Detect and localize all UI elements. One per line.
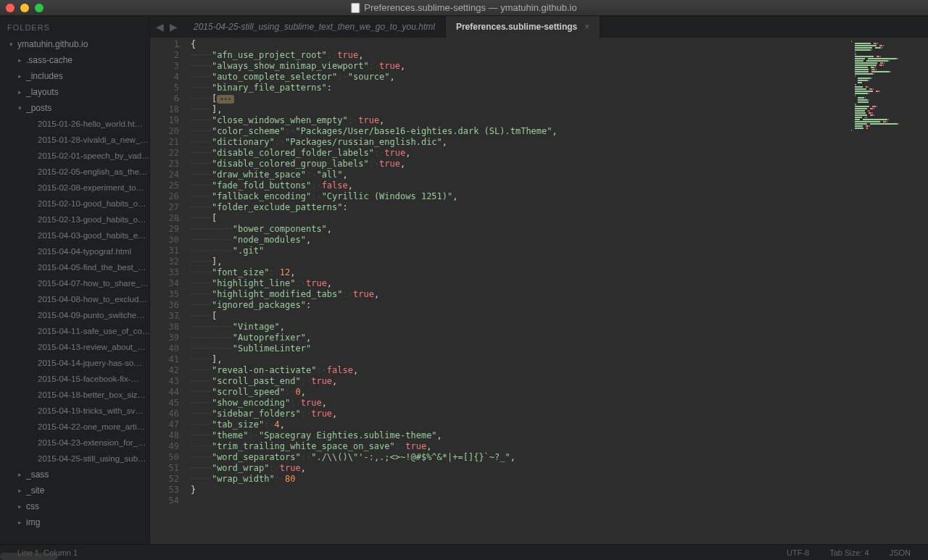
minimap[interactable]: [848, 38, 928, 544]
code-line[interactable]: ┈┈┈┈"disable_colored_group_labels":·true…: [191, 159, 848, 170]
code-line[interactable]: ┈┈┈┈"font_size":·12,: [191, 267, 848, 278]
code-line[interactable]: ┈┈┈┈"fallback_encoding":·"Cyrillic (Wind…: [191, 191, 848, 202]
code-content[interactable]: {┈┈┈┈"afn_use_project_root":·true,┈┈┈┈"a…: [188, 38, 848, 544]
file-label: 2015-04-11-safe_use_of_co…: [38, 327, 149, 335]
sidebar-folder[interactable]: ▸_includes: [3, 68, 149, 84]
file-label: 2015-04-04-typograf.html: [38, 247, 131, 256]
sidebar-folder[interactable]: ▸.sass-cache: [3, 52, 149, 68]
sidebar-file[interactable]: 2015-02-10-good_habits_o…: [3, 196, 149, 212]
code-line[interactable]: ┈┈┈┈],: [191, 104, 848, 115]
code-line[interactable]: ┈┈┈┈┈┈┈┈"SublimeLinter": [191, 343, 848, 354]
encoding-indicator[interactable]: UTF-8: [776, 548, 819, 557]
sidebar-file[interactable]: 2015-01-26-hello_world.ht…: [3, 116, 149, 132]
sidebar-file[interactable]: 2015-02-01-speech_by_vad…: [3, 148, 149, 164]
code-line[interactable]: ┈┈┈┈"color_scheme":·"Packages/User/base1…: [191, 126, 848, 137]
code-line[interactable]: ┈┈┈┈"auto_complete_selector":·"source",: [191, 72, 848, 83]
code-line[interactable]: ┈┈┈┈"ignored_packages":: [191, 300, 848, 311]
code-line[interactable]: ┈┈┈┈"close_windows_when_empty":·true,: [191, 115, 848, 126]
sidebar-file[interactable]: 2015-04-09-punto_switche…: [3, 307, 149, 323]
code-line[interactable]: ┈┈┈┈"trim_trailing_white_space_on_save":…: [191, 441, 848, 452]
code-line[interactable]: {: [191, 39, 848, 50]
sidebar-file[interactable]: 2015-04-03-good_habits_e…: [3, 227, 149, 243]
code-line[interactable]: ┈┈┈┈"reveal-on-activate":·false,: [191, 365, 848, 376]
code-line[interactable]: ┈┈┈┈┈┈┈┈"bower_components",: [191, 224, 848, 235]
code-line[interactable]: ┈┈┈┈"dictionary":·"Packages/russian_engl…: [191, 137, 848, 148]
tab-active[interactable]: Preferences.sublime-settings ×: [446, 16, 600, 38]
sidebar-folder[interactable]: ▸_sass: [3, 467, 149, 482]
sidebar-file[interactable]: 2015-04-25-still_using_sub…: [3, 451, 149, 467]
nav-forward-icon[interactable]: ▶: [170, 21, 178, 33]
code-line[interactable]: ┈┈┈┈"always_show_minimap_viewport":·true…: [191, 61, 848, 72]
code-line[interactable]: ┈┈┈┈"tab_size":·4,: [191, 419, 848, 430]
fold-chevron-down-icon[interactable]: ⌄: [177, 312, 181, 322]
sidebar-folder[interactable]: ▾_posts: [3, 100, 149, 116]
code-line[interactable]: ┈┈┈┈[: [191, 311, 848, 322]
code-line[interactable]: ┈┈┈┈┈┈┈┈"Vintage",: [191, 322, 848, 333]
code-line[interactable]: ┈┈┈┈],: [191, 256, 848, 267]
code-line[interactable]: ┈┈┈┈"scroll_speed":·0,: [191, 387, 848, 398]
sidebar-file[interactable]: 2015-04-22-one_more_arti…: [3, 419, 149, 435]
minimap-line: [851, 117, 925, 118]
sidebar-file[interactable]: 2015-02-08-experiment_to…: [3, 180, 149, 196]
fold-marker[interactable]: •••: [217, 95, 234, 104]
minimize-window-button[interactable]: [20, 4, 29, 12]
code-line[interactable]: ┈┈┈┈"wrap_width":·80: [191, 474, 848, 485]
sidebar-file[interactable]: 2015-04-07-how_to_share_…: [3, 275, 149, 291]
code-line[interactable]: ┈┈┈┈"binary_file_patterns":: [191, 83, 848, 93]
code-line[interactable]: ┈┈┈┈"scroll_past_end":·true,: [191, 376, 848, 387]
code-line[interactable]: ┈┈┈┈"afn_use_project_root":·true,: [191, 50, 848, 61]
sidebar-file[interactable]: 2015-02-13-good_habits_o…: [3, 212, 149, 227]
fold-chevron-down-icon[interactable]: ⌄: [177, 40, 181, 51]
minimap-line: [851, 132, 925, 133]
code-line[interactable]: ┈┈┈┈"draw_white_space":·"all",: [191, 170, 848, 180]
minimap-line: [851, 78, 925, 79]
sidebar-file[interactable]: 2015-04-05-find_the_best_…: [3, 259, 149, 275]
maximize-window-button[interactable]: [35, 4, 44, 12]
code-line[interactable]: ┈┈┈┈"sidebar_folders":·true,: [191, 409, 848, 419]
sidebar-folder[interactable]: ▸img: [3, 514, 149, 530]
close-icon[interactable]: ×: [584, 22, 589, 32]
sidebar-folder[interactable]: ▸_layouts: [3, 84, 149, 100]
syntax-indicator[interactable]: JSON: [879, 548, 921, 557]
code-line[interactable]: ┈┈┈┈┈┈┈┈"node_modules",: [191, 235, 848, 246]
sidebar-file[interactable]: 2015-02-05-english_as_the…: [3, 164, 149, 180]
sidebar-file[interactable]: 2015-04-11-safe_use_of_co…: [3, 323, 149, 339]
sidebar-file[interactable]: 2015-04-14-jquery-has-so…: [3, 355, 149, 371]
minimap-line: [851, 71, 925, 72]
sidebar-file[interactable]: 2015-04-19-tricks_with_sv…: [3, 403, 149, 419]
file-label: 2015-02-05-english_as_the…: [38, 167, 148, 176]
sidebar-folder[interactable]: ▸_site: [3, 482, 149, 498]
code-line[interactable]: ┈┈┈┈"show_encoding":·true,: [191, 398, 848, 409]
tab-size-indicator[interactable]: Tab Size: 4: [819, 548, 879, 557]
tab-inactive[interactable]: 2015-04-25-still_using_sublime_text_then…: [183, 16, 446, 38]
sidebar-file[interactable]: 2015-01-28-vivaldi_a_new_…: [3, 132, 149, 148]
sidebar-file[interactable]: 2015-04-08-how_to_exclud…: [3, 291, 149, 307]
nav-back-icon[interactable]: ◀: [156, 21, 164, 33]
sidebar-file[interactable]: 2015-04-04-typograf.html: [3, 243, 149, 259]
code-line[interactable]: ┈┈┈┈"disable_colored_folder_labels":·tru…: [191, 148, 848, 159]
code-line[interactable]: }: [191, 485, 848, 496]
code-line[interactable]: ┈┈┈┈"theme":·"Spacegray Eighties.sublime…: [191, 430, 848, 441]
code-line[interactable]: [191, 496, 848, 506]
code-line[interactable]: ┈┈┈┈"highlight_modified_tabs":·true,: [191, 289, 848, 300]
code-line[interactable]: ┈┈┈┈"fade_fold_buttons":·false,: [191, 180, 848, 191]
code-line[interactable]: ┈┈┈┈┈┈┈┈"Autoprefixer",: [191, 333, 848, 343]
code-line[interactable]: ┈┈┈┈"word_separators":·"./\\()\"'-:,.;<>…: [191, 452, 848, 463]
code-line[interactable]: ┈┈┈┈"folder_exclude_patterns":: [191, 202, 848, 213]
sidebar-folder[interactable]: ▸css: [3, 498, 149, 514]
code-line[interactable]: ┈┈┈┈],: [191, 354, 848, 365]
fold-chevron-right-icon[interactable]: ›: [177, 94, 181, 105]
code-line[interactable]: ┈┈┈┈"highlight_line":·true,: [191, 278, 848, 289]
sidebar-file[interactable]: 2015-04-13-review_about_…: [3, 339, 149, 355]
code-line[interactable]: ┈┈┈┈[•••: [191, 93, 848, 104]
sidebar-root-folder[interactable]: ▾ ymatuhin.github.io: [3, 36, 149, 52]
sidebar-file[interactable]: 2015-04-15-facebook-fix-…: [3, 371, 149, 387]
code-line[interactable]: ┈┈┈┈[: [191, 213, 848, 224]
sidebar-file[interactable]: 2015-04-23-extension_for_…: [3, 435, 149, 451]
close-window-button[interactable]: [6, 4, 14, 12]
fold-chevron-down-icon[interactable]: ⌄: [177, 214, 181, 225]
sidebar-file[interactable]: 2015-04-18-better_box_siz…: [3, 387, 149, 403]
code-editor[interactable]: 1⌄23456›1819202122232425262728⌄293031323…: [150, 38, 928, 544]
code-line[interactable]: ┈┈┈┈┈┈┈┈".git": [191, 246, 848, 256]
code-line[interactable]: ┈┈┈┈"word_wrap":·true,: [191, 463, 848, 474]
